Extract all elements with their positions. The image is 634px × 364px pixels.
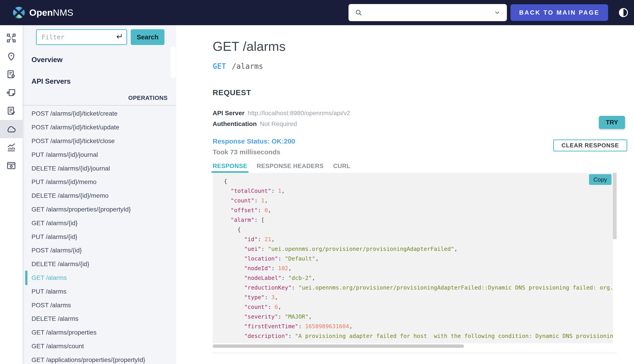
sidebar-item-cloud-api[interactable] [0,120,22,138]
operation-item[interactable]: POST /alarms/{id} [22,244,176,257]
nav-api-servers[interactable]: API Servers [32,78,176,86]
operation-label: POST /alarms/{id} [32,247,82,254]
code-vertical-scrollbar-thumb[interactable] [613,173,617,239]
code-line: { [224,225,613,234]
back-to-main-page-button[interactable]: BACK TO MAIN PAGE [510,4,608,21]
operation-item[interactable]: GET /alarms/{id} [22,216,176,230]
operation-item[interactable]: PUT /alarms/{id} [22,230,176,244]
code-horizontal-scrollbar-thumb[interactable] [212,344,464,348]
operation-item[interactable]: GET /alarms/count [22,340,176,353]
operation-label: PUT /alarms [32,288,66,295]
operation-item[interactable]: POST /alarms/{id}/ticket/close [22,134,176,148]
code-horizontal-scrollbar[interactable] [212,344,617,348]
response-body-panel: { "totalCount": 1, "count": 1, "offset":… [212,173,617,343]
icon-sidebar [0,25,22,364]
operation-item[interactable]: GET /applications/properties/{propertyId… [22,353,176,364]
filter-input[interactable] [36,29,127,45]
response-tab[interactable]: RESPONSE HEADERS [257,163,324,173]
operation-item[interactable]: GET /alarms [22,271,176,285]
filter-wrap: ↵ [36,29,127,45]
operation-label: PUT /alarms/{id} [32,233,77,240]
operation-label: POST /alarms/{id}/ticket/update [32,124,119,131]
operation-label: PUT /alarms/{id}/memo [32,178,96,186]
code-line: "alarm": [ [224,215,613,225]
clear-response-button[interactable]: CLEAR RESPONSE [553,140,627,152]
api-server-label: API Server [212,110,244,116]
operation-label: POST /alarms [32,302,71,309]
code-vertical-scrollbar[interactable] [613,173,617,343]
operation-item[interactable]: GET /alarms/properties [22,326,176,340]
search-button[interactable]: Search [131,29,164,45]
operation-item[interactable]: DELETE /alarms/{id}/journal [22,162,176,175]
operation-item[interactable]: PUT /alarms/{id}/journal [22,148,176,162]
response-code: { "totalCount": 1, "count": 1, "offset":… [212,173,613,343]
code-line: "count": 6, [224,302,613,312]
contrast-half-circle-icon [618,8,628,18]
operation-item[interactable]: POST /alarms/{id}/ticket/create [22,107,176,120]
api-server-value: http://localhost:8980/opennms/api/v2 [248,110,350,116]
operation-label: GET /alarms/properties [32,329,96,336]
code-line: "location": "Default", [224,254,613,264]
main-content: GET /alarms GET/alarms REQUEST API Serve… [176,25,634,364]
code-line: "firstEventTime": 1650989631604, [224,322,613,331]
operation-label: DELETE /alarms/{id}/journal [32,165,110,172]
code-line: "nodeId": 102, [224,264,613,273]
operation-item[interactable]: POST /alarms/{id}/ticket/update [22,120,176,134]
sidebar-item-locations[interactable] [0,47,22,65]
sidebar-item-note-add[interactable] [0,84,22,102]
brand[interactable]: OpenNMS [12,6,73,19]
operation-label: DELETE /alarms [32,315,78,322]
try-button[interactable]: TRY [599,116,625,129]
analytics-icon [6,142,16,152]
endpoint-path: /alarms [232,62,263,71]
sidebar-item-analytics[interactable] [0,138,22,156]
response-tab[interactable]: RESPONSE [212,163,247,173]
code-line: "totalCount": 1, [224,186,613,196]
bottom-divider [212,353,616,353]
code-line: "type": 3, [224,292,613,302]
code-line: "uei": "uei.opennms.org/provisioner/prov… [224,244,613,254]
operation-label: GET /alarms [32,274,67,282]
operation-item[interactable]: PUT /alarms [22,284,176,298]
nav-overview[interactable]: Overview [32,56,176,64]
operation-item[interactable]: DELETE /alarms [22,312,176,326]
operation-item[interactable]: GET /alarms/properties/{propertyId} [22,203,176,216]
sidebar-item-report-config[interactable] [0,65,22,84]
operation-item[interactable]: DELETE /alarms/{id}/memo [22,189,176,203]
page-title: GET /alarms [212,39,634,54]
opennms-api-docs-app: OpenNMS BACK TO MAIN PAGE [0,0,634,364]
operations-header[interactable]: OPERATIONS [22,94,176,106]
sidebar-item-report-check[interactable] [0,102,22,120]
code-line: "count": 1, [224,196,613,206]
operation-label: GET /alarms/count [32,343,84,350]
filter-row: ↵ Search [36,29,176,45]
sidebar-item-app-settings[interactable] [0,156,22,174]
operation-item[interactable]: PUT /alarms/{id}/memo [22,175,176,189]
endpoint-line: GET/alarms [212,62,634,71]
operation-item[interactable]: DELETE /alarms/{id} [22,257,176,271]
sidebar-item-topology[interactable] [0,29,22,47]
code-line: "severity": "MAJOR", [224,312,613,322]
theme-toggle-button[interactable] [618,8,628,18]
api-server-row: API Serverhttp://localhost:8980/opennms/… [212,110,634,117]
code-line: "offset": 0, [224,206,613,215]
brand-text-open: Open [29,8,53,18]
authentication-row: AuthenticationNot Required [212,120,634,128]
authentication-value: Not Required [260,120,297,127]
operation-label: DELETE /alarms/{id} [32,260,89,268]
body-row: ↵ Search Overview API Servers OPERATIONS… [0,25,634,364]
operation-label: GET /applications/properties/{propertyId… [32,356,145,364]
brand-text-nms: NMS [53,8,73,18]
copy-button[interactable]: Copy [589,174,612,185]
operation-label: GET /alarms/{id} [32,220,78,227]
operation-item[interactable]: POST /alarms [22,298,176,312]
report-config-icon [6,70,16,80]
brand-text: OpenNMS [29,8,73,18]
operation-label: PUT /alarms/{id}/journal [32,151,98,158]
operation-label: DELETE /alarms/{id}/memo [32,192,108,199]
global-search-select[interactable] [348,4,507,21]
panel-scrollbar-thumb[interactable] [170,46,176,78]
code-line: "id": 21, [224,234,613,244]
response-tab[interactable]: CURL [333,163,350,173]
opennms-logo-icon [12,6,25,19]
